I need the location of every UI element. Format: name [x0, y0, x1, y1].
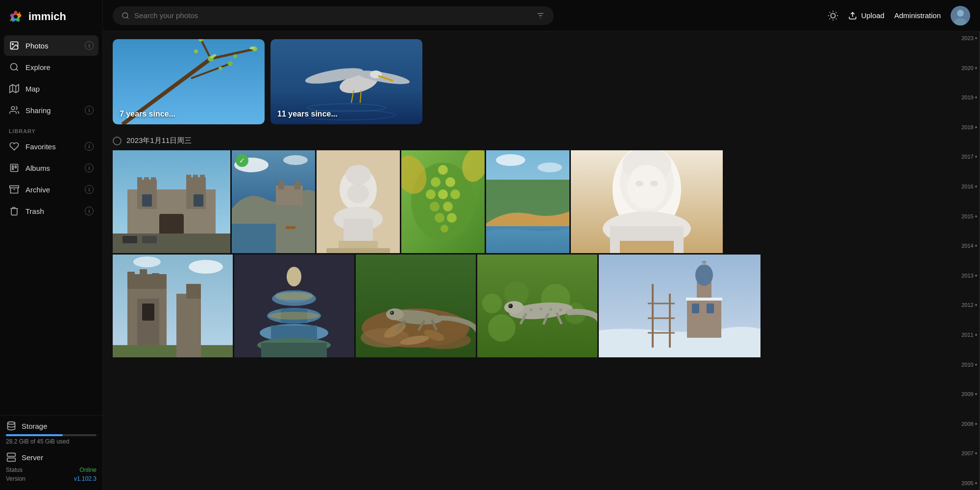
year-item-2017[interactable]: 2017: [961, 154, 977, 160]
year-item-2011[interactable]: 2011: [961, 332, 977, 338]
year-item-2007[interactable]: 2007: [961, 450, 977, 456]
sidebar-item-trash[interactable]: Trash i: [4, 201, 98, 221]
sidebar-item-photos[interactable]: Photos i: [4, 35, 98, 56]
year-item-2013[interactable]: 2013: [961, 273, 977, 279]
server-version-row: Version v1.102.3: [6, 474, 97, 483]
year-item-2020[interactable]: 2020: [961, 65, 977, 71]
year-label-2018: 2018: [961, 124, 973, 130]
server-status-value: Online: [79, 467, 97, 473]
photos-container: 7 years since...: [103, 31, 980, 365]
memories-row: 7 years since...: [113, 39, 956, 124]
albums-label: Albums: [25, 164, 79, 172]
year-dot-2015: [975, 215, 977, 217]
favorites-info-icon[interactable]: i: [85, 142, 94, 151]
sidebar-item-sharing[interactable]: Sharing i: [4, 100, 98, 120]
svg-point-54: [194, 49, 198, 53]
photo-cell-bust[interactable]: [317, 150, 400, 253]
photo-cell-lizard2[interactable]: [477, 255, 597, 357]
albums-info-icon[interactable]: i: [85, 163, 94, 172]
photo-cell-coastal[interactable]: ✓: [232, 150, 315, 253]
year-dot-2018: [975, 126, 977, 128]
year-dot-2023: [975, 37, 977, 39]
year-item-2010[interactable]: 2010: [961, 362, 977, 368]
map-icon: [9, 83, 20, 94]
year-item-2023[interactable]: 2023: [961, 35, 977, 41]
sidebar-item-explore[interactable]: Explore: [4, 57, 98, 77]
server-section: Server Status Online Version v1.102.3: [6, 452, 97, 483]
photo-cell-beach[interactable]: [486, 150, 569, 253]
logo[interactable]: immich: [0, 0, 102, 33]
photo-cell-winter[interactable]: [599, 255, 760, 357]
year-dot-2014: [975, 245, 977, 247]
svg-point-9: [12, 44, 13, 45]
svg-point-26: [122, 13, 128, 18]
photo-cell-castle-large[interactable]: [113, 150, 230, 253]
search-bar[interactable]: [113, 6, 554, 25]
svg-rect-19: [10, 186, 19, 188]
year-item-2005[interactable]: 2005: [961, 480, 977, 486]
server-label: Server: [22, 453, 43, 462]
year-label-2016: 2016: [961, 184, 973, 189]
app-name: immich: [28, 10, 66, 23]
content-area[interactable]: 7 years since...: [103, 31, 980, 490]
year-item-2014[interactable]: 2014: [961, 243, 977, 249]
sidebar-item-albums[interactable]: Albums i: [4, 158, 98, 178]
theme-toggle-button[interactable]: [828, 10, 838, 21]
photo-cell-lizard1[interactable]: [356, 255, 476, 357]
year-timeline: 2023 2020 2019 2018 2017 2016 2015 2014 …: [958, 31, 980, 490]
admin-link[interactable]: Administration: [894, 11, 941, 20]
avatar[interactable]: [951, 6, 970, 25]
svg-marker-12: [10, 85, 19, 93]
year-item-2018[interactable]: 2018: [961, 124, 977, 130]
svg-line-39: [836, 12, 836, 12]
photo-cell-bust2[interactable]: [571, 150, 723, 253]
svg-point-21: [8, 422, 15, 424]
upload-button[interactable]: Upload: [848, 11, 884, 20]
sidebar-item-map[interactable]: Map: [4, 78, 98, 99]
year-label-2009: 2009: [961, 391, 973, 397]
photos-info-icon[interactable]: i: [85, 41, 94, 50]
year-dot-2017: [975, 156, 977, 158]
search-filter-icon[interactable]: [536, 11, 545, 20]
topbar-right: Upload Administration: [828, 6, 970, 25]
sharing-info-icon[interactable]: i: [85, 106, 94, 115]
archive-info-icon[interactable]: i: [85, 185, 94, 194]
year-label-2020: 2020: [961, 65, 973, 71]
year-label-2014: 2014: [961, 243, 973, 249]
sidebar-item-archive[interactable]: Archive i: [4, 179, 98, 200]
memory-card-2[interactable]: 11 years since...: [270, 39, 422, 124]
svg-rect-22: [7, 453, 16, 457]
search-input[interactable]: [134, 11, 531, 20]
date-select-circle[interactable]: [113, 137, 122, 145]
photo-cell-grapes[interactable]: [401, 150, 485, 253]
trash-info-icon[interactable]: i: [85, 207, 94, 215]
year-label-2019: 2019: [961, 94, 973, 100]
explore-label: Explore: [25, 63, 94, 71]
year-dot-2009: [975, 393, 977, 395]
search-icon: [122, 12, 129, 20]
year-label-2015: 2015: [961, 213, 973, 219]
memory-card-1[interactable]: 7 years since...: [113, 39, 265, 124]
year-item-2009[interactable]: 2009: [961, 391, 977, 397]
photo-cell-ruins[interactable]: [113, 255, 233, 357]
svg-point-7: [14, 15, 18, 19]
svg-point-53: [219, 67, 222, 70]
svg-line-38: [830, 18, 830, 19]
year-item-2015[interactable]: 2015: [961, 213, 977, 219]
year-item-2008[interactable]: 2008: [961, 421, 977, 427]
sidebar-item-favorites[interactable]: Favorites i: [4, 136, 98, 157]
photo-cell-fountain[interactable]: [234, 255, 354, 357]
year-item-2016[interactable]: 2016: [961, 184, 977, 189]
storage-bar-fill: [6, 434, 63, 436]
svg-rect-16: [11, 164, 18, 172]
year-item-2019[interactable]: 2019: [961, 94, 977, 100]
date-header: 2023年1月11日周三: [113, 136, 956, 145]
year-dot-2008: [975, 423, 977, 425]
archive-icon: [9, 184, 20, 195]
main-area: Upload Administration: [103, 0, 980, 490]
year-dot-2010: [975, 364, 977, 366]
year-item-2012[interactable]: 2012: [961, 302, 977, 308]
sharing-label: Sharing: [25, 106, 79, 115]
year-dot-2012: [975, 304, 977, 306]
year-label-2012: 2012: [961, 302, 973, 308]
